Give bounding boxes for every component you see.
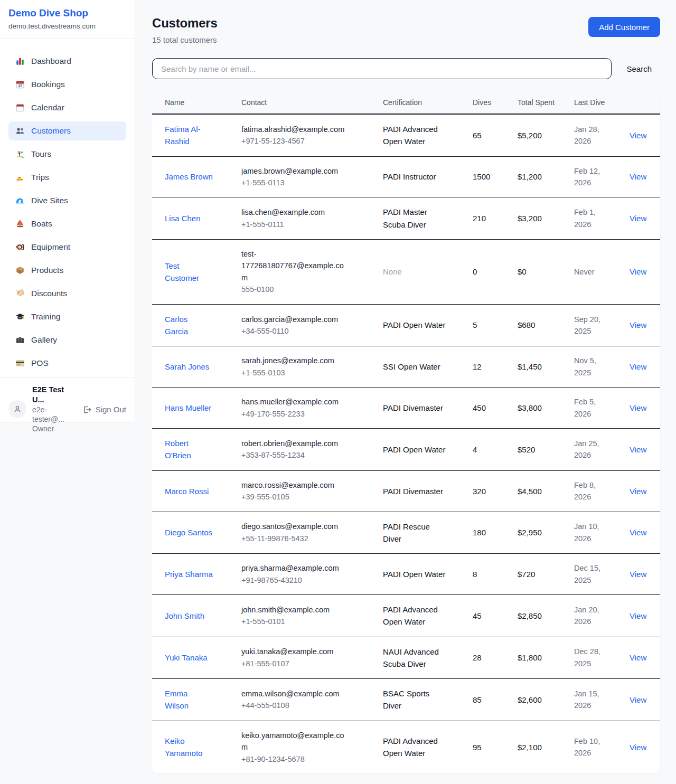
customer-dives: 5 — [460, 304, 505, 346]
customer-name-link[interactable]: Hans Mueller — [165, 403, 211, 412]
customer-name-link[interactable]: James Brown — [165, 172, 213, 181]
customer-dives: 65 — [460, 114, 505, 156]
sidebar-item-trips[interactable]: Trips — [8, 168, 126, 187]
view-link[interactable]: View — [630, 653, 646, 662]
sidebar-footer: E2E Test U... e2e-tester@... Owner Sign … — [0, 377, 135, 441]
customer-last-dive: Jan 28, 2026 — [561, 114, 617, 156]
sidebar-item-calendar[interactable]: Calendar — [8, 98, 126, 117]
customer-phone: +1-555-0101 — [241, 616, 349, 627]
view-link[interactable]: View — [630, 362, 646, 371]
sidebar-item-equipment[interactable]: Equipment — [8, 238, 126, 257]
search-button[interactable]: Search — [626, 64, 652, 73]
column-dives: Dives — [460, 92, 505, 114]
column-total-spent: Total Spent — [505, 92, 561, 114]
customer-certification: PADI Master Scuba Diver — [370, 197, 460, 240]
view-link[interactable]: View — [630, 320, 646, 329]
table-row: Fatima Al-Rashid fatima.alrashid@example… — [152, 114, 660, 156]
customer-last-dive: Jan 20, 2026 — [561, 595, 617, 637]
sailboat-icon — [15, 219, 25, 229]
customer-name-link[interactable]: Lisa Chen — [165, 214, 201, 223]
customer-name-link[interactable]: Priya Sharma — [165, 570, 213, 579]
customer-name-link[interactable]: Keiko Yamamoto — [165, 736, 202, 758]
customer-dives: 8 — [460, 554, 505, 595]
sidebar-item-boats[interactable]: Boats — [8, 214, 126, 233]
customer-email: emma.wilson@example.com — [241, 688, 349, 700]
wave-icon — [15, 196, 25, 205]
customer-phone: +49-170-555-2233 — [241, 408, 349, 420]
customer-name-link[interactable]: Fatima Al-Rashid — [165, 125, 201, 146]
customer-total-spent: $0 — [505, 239, 561, 304]
sidebar-item-dive-sites[interactable]: Dive Sites — [8, 191, 126, 210]
sidebar-item-dashboard[interactable]: Dashboard — [8, 52, 126, 71]
sidebar-item-discounts[interactable]: Discounts — [8, 284, 126, 303]
customer-count: 15 total customers — [152, 35, 218, 44]
customer-phone: +1-555-0111 — [241, 219, 349, 230]
customer-last-dive: Dec 28, 2025 — [561, 637, 617, 679]
customer-name-link[interactable]: Carlos Garcia — [165, 315, 188, 336]
customer-last-dive: Never — [561, 239, 617, 304]
customer-last-dive: Jan 15, 2026 — [561, 679, 617, 721]
customer-total-spent: $2,100 — [505, 721, 561, 773]
customer-email: lisa.chen@example.com — [241, 206, 349, 218]
customer-name-link[interactable]: Yuki Tanaka — [165, 653, 208, 662]
sidebar-item-tours[interactable]: Tours — [8, 145, 126, 164]
customer-name-link[interactable]: Emma Wilson — [165, 689, 189, 710]
user-icon — [13, 404, 22, 414]
svg-text:17: 17 — [18, 84, 22, 88]
customer-name-link[interactable]: John Smith — [165, 611, 204, 620]
customer-certification: PADI Instructor — [370, 156, 460, 197]
sidebar-item-gallery[interactable]: Gallery — [8, 330, 126, 350]
customer-certification: PADI Divemaster — [370, 388, 460, 429]
customer-phone: +1-555-0103 — [241, 367, 349, 379]
customer-dives: 210 — [460, 197, 505, 240]
table-row: Yuki Tanaka yuki.tanaka@example.com +81-… — [152, 637, 660, 679]
sign-out-button[interactable]: Sign Out — [82, 405, 126, 414]
customer-dives: 28 — [460, 637, 505, 679]
sidebar-item-training[interactable]: Training — [8, 307, 126, 326]
island-icon — [15, 149, 25, 159]
customer-email: john.smith@example.com — [241, 604, 349, 616]
customer-phone: +91-98765-43210 — [241, 574, 349, 586]
sidebar-item-products[interactable]: Products — [8, 261, 126, 280]
customer-certification: PADI Advanced Open Water — [370, 595, 460, 637]
customer-name-link[interactable]: Test Customer — [165, 261, 199, 282]
view-link[interactable]: View — [630, 403, 646, 412]
customer-dives: 85 — [460, 679, 505, 721]
customer-email: carlos.garcia@example.com — [241, 314, 349, 325]
view-link[interactable]: View — [630, 528, 646, 537]
customer-last-dive: Nov 5, 2025 — [561, 346, 617, 388]
view-link[interactable]: View — [630, 214, 646, 223]
customer-total-spent: $720 — [505, 554, 561, 595]
customer-total-spent: $1,200 — [505, 156, 561, 197]
sidebar-item-customers[interactable]: Customers — [8, 121, 126, 140]
customer-phone: +81-90-1234-5678 — [241, 753, 349, 765]
customer-name-link[interactable]: Marco Rossi — [165, 487, 209, 496]
view-link[interactable]: View — [630, 172, 646, 181]
customer-certification: NAUI Advanced Scuba Diver — [370, 637, 460, 679]
customer-total-spent: $520 — [505, 429, 561, 471]
customer-total-spent: $1,450 — [505, 346, 561, 388]
table-row: Marco Rossi marco.rossi@example.com +39-… — [152, 470, 660, 512]
search-input[interactable] — [152, 58, 612, 79]
view-link[interactable]: View — [630, 445, 646, 454]
view-link[interactable]: View — [630, 695, 646, 704]
view-link[interactable]: View — [630, 570, 646, 579]
view-link[interactable]: View — [630, 487, 646, 496]
customer-certification: PADI Open Water — [370, 304, 460, 346]
sidebar-item-bookings[interactable]: 17 Bookings — [8, 75, 126, 94]
view-link[interactable]: View — [630, 743, 646, 752]
page-header: Customers 15 total customers Add Custome… — [152, 16, 660, 44]
view-link[interactable]: View — [630, 267, 646, 276]
customer-dives: 320 — [460, 470, 505, 512]
view-link[interactable]: View — [630, 131, 646, 140]
customer-certification: PADI Open Water — [370, 554, 460, 595]
tag-icon — [15, 289, 25, 298]
customer-name-link[interactable]: Sarah Jones — [165, 362, 209, 371]
customer-dives: 12 — [460, 346, 505, 388]
view-link[interactable]: View — [630, 611, 646, 620]
customer-name-link[interactable]: Robert O'Brien — [165, 439, 191, 460]
add-customer-button[interactable]: Add Customer — [588, 17, 660, 37]
sidebar-item-pos[interactable]: POS — [8, 354, 126, 373]
customer-phone: +39-555-0105 — [241, 491, 349, 503]
customer-name-link[interactable]: Diego Santos — [165, 528, 212, 537]
